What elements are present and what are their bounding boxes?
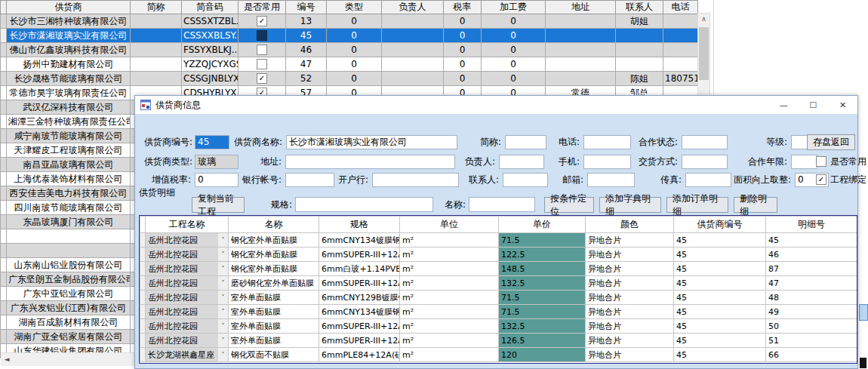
project-combo[interactable]: 岳州北控花园˅ <box>146 291 228 304</box>
spec-input[interactable] <box>295 197 433 212</box>
chevron-down-icon: ˅ <box>218 348 228 361</box>
dialog-titlebar[interactable]: 供货商信息 — ☐ ✕ <box>135 96 857 114</box>
supplier-row[interactable]: 长沙晟格节能玻璃有限公司CSSGJNBLYXGS52000陈姐180751 <box>1 72 698 86</box>
background-accent <box>859 304 868 321</box>
close-icon[interactable]: ✕ <box>828 96 857 114</box>
project-combo[interactable]: 岳州北控花园˅ <box>146 334 228 347</box>
detail-row[interactable]: 岳州北控花园˅室外单面贴膜6mmSUPER-III+12A(硅...m²126.… <box>140 334 857 348</box>
row-gutter <box>140 319 146 334</box>
cell-spec: 6mmSUPER-III+12A(硅... <box>319 334 400 348</box>
row-gutter <box>1 72 7 86</box>
cell-spec: 6mmCNY134镀膜钢化 <box>319 233 400 248</box>
supplier-row[interactable]: 长沙市三湘特种玻璃有限公司CSSSXTZBL..13000胡姐 <box>1 14 698 29</box>
coop-years-input[interactable] <box>791 155 817 169</box>
supplier-type-input[interactable]: 玻璃 <box>195 155 239 169</box>
cell-supplier-id: 45 <box>674 276 766 291</box>
project-combo[interactable]: 岳州北控花园˅ <box>146 319 228 333</box>
dialog-title: 供货商信息 <box>155 99 201 112</box>
scroll-left-icon[interactable]: ◄ <box>1 353 13 366</box>
supplier-type-label: 供货商类型: <box>144 155 195 168</box>
email-input[interactable] <box>587 173 635 187</box>
form-row-1: 供货商编号:45供货商名称:长沙市潇湘玻璃实业有限公司简称:电话:合作状态:等级… <box>144 134 817 149</box>
detail-row[interactable]: 岳州北控花园˅室外单面贴膜6mmCNY134镀膜钢化m²71.5异地合片4549 <box>140 305 857 319</box>
fax-input[interactable] <box>685 173 731 187</box>
detail-grid: 工程名称名称规格单位单价颜色供货商编号明细号 岳州北控花园˅钢化室外单面贴膜6m… <box>139 215 857 364</box>
project-combo[interactable]: 岳州北控花园˅ <box>146 276 228 290</box>
cell-spec: 6mm白玻+1.14PVB+6mm... <box>319 262 400 276</box>
cell-project: 长沙龙湖祺鑫星座˅ <box>146 348 229 362</box>
phone-input[interactable] <box>583 135 631 149</box>
project-bind-checkbox[interactable]: 工程绑定 <box>816 174 866 186</box>
detail-row[interactable]: 岳州北控花园˅钢化室外单面贴膜6mmSUPER-III+12A(硅...m²12… <box>140 248 857 262</box>
row-gutter <box>1 14 7 29</box>
common-checkbox[interactable] <box>257 45 267 55</box>
bank-account-input[interactable] <box>285 173 334 187</box>
cell-tax: 0 <box>444 72 482 86</box>
field-value: 0 <box>798 174 804 185</box>
address-input[interactable] <box>285 155 455 169</box>
manager-input[interactable] <box>499 155 544 169</box>
detail-row[interactable]: 岳州北控花园˅钢化室外单面贴膜6mm白玻+1.14PVB+6mm...m²148… <box>140 262 857 276</box>
supplier-name-input[interactable]: 长沙市潇湘玻璃实业有限公司 <box>286 135 457 149</box>
contact-input[interactable] <box>503 173 548 187</box>
detail-row[interactable]: 岳州北控花园˅磨砂钢化室外单面贴膜6mmSUPER-III+12A(硅...m²… <box>140 276 857 291</box>
supplier-row[interactable]: 长沙市潇湘玻璃实业有限公司CSSXXBLSY..45000 <box>1 29 698 43</box>
locate-by-condition-button[interactable]: 按条件定位 <box>544 197 594 213</box>
cell-detail-id: 87 <box>766 262 857 276</box>
column-header: 加工费 <box>482 1 546 14</box>
minimize-icon[interactable]: — <box>769 96 799 114</box>
bank-branch-input[interactable] <box>372 173 459 187</box>
add-order-detail-button[interactable]: 添加订单明细 <box>666 197 728 213</box>
detail-row[interactable]: 长沙龙湖祺鑫星座˅钢化双面不贴膜6mmPLE84+12A(硅酮胶...m²120… <box>140 348 857 362</box>
common-use-checkbox[interactable]: 是否常用 <box>816 155 866 168</box>
cell-detail-id: 66 <box>766 348 857 362</box>
detail-row[interactable]: 岳州北控花园˅钢化室外单面贴膜6mmCNY134镀膜钢化m²71.5异地合片45… <box>140 233 857 248</box>
cell-color: 异地合片 <box>586 262 674 276</box>
short-name-input[interactable] <box>505 135 546 149</box>
field-value: 长沙市潇湘玻璃实业有限公司 <box>289 136 407 149</box>
mobile-input[interactable] <box>583 155 631 169</box>
delete-detail-button[interactable]: 删除明细 <box>734 197 777 213</box>
cell-address <box>546 29 616 43</box>
supplier-row[interactable]: 扬州中勤建材有限公司YZZQJCYXGS47000 <box>1 57 698 72</box>
detail-grid-header: 工程名称名称规格单位单价颜色供货商编号明细号 <box>140 217 857 233</box>
cell-supplier: 长沙市潇湘玻璃实业有限公司 <box>7 29 131 43</box>
cell-tax: 0 <box>444 29 482 43</box>
save-return-button[interactable]: 存盘返回 <box>807 134 855 150</box>
project-combo[interactable]: 岳州北控花园˅ <box>146 305 228 318</box>
common-checkbox[interactable] <box>257 59 267 69</box>
supplier-id-input[interactable]: 45 <box>195 135 229 149</box>
project-combo[interactable]: 岳州北控花园˅ <box>146 233 228 247</box>
supplier-row[interactable]: 佛山市亿鑫玻璃科技有限公司FSSYXBLKJ..46000 <box>1 43 698 57</box>
detail-row[interactable]: 岳州北控花园˅室外单面贴膜6mmSUPER-III+12A(硅...m²132.… <box>140 319 857 334</box>
checkbox-label: 工程绑定 <box>830 174 866 186</box>
cell-unit: m² <box>400 248 499 262</box>
cell-unit: m² <box>400 334 499 348</box>
cell-supplier: 广东兴发铝业(江西)有限公司 <box>7 301 131 315</box>
common-checkbox[interactable] <box>257 16 267 26</box>
copy-project-button[interactable]: 复制当前工程 <box>192 197 245 213</box>
coop-status-input[interactable] <box>682 135 728 149</box>
row-gutter <box>1 29 7 43</box>
project-combo[interactable]: 岳州北控花园˅ <box>146 248 228 261</box>
maximize-icon[interactable]: ☐ <box>799 96 828 114</box>
cell-detail-id: 48 <box>766 291 857 305</box>
scroll-up-icon[interactable]: ∧ <box>698 14 709 26</box>
column-header: 简称 <box>131 1 182 14</box>
add-dict-detail-button[interactable]: 添加字典明细 <box>599 197 661 213</box>
row-gutter <box>1 244 7 258</box>
cell-supplier: 广东坚朗五金制品股份有限公司 <box>7 272 131 287</box>
vat-rate-input[interactable]: 0 <box>195 173 239 187</box>
project-combo[interactable]: 岳州北控花园˅ <box>146 262 228 275</box>
delivery-method-input[interactable] <box>682 155 728 169</box>
common-checkbox[interactable] <box>257 73 267 84</box>
common-checkbox[interactable] <box>257 30 267 41</box>
project-combo[interactable]: 长沙龙湖祺鑫星座˅ <box>146 348 228 361</box>
row-gutter <box>1 258 7 272</box>
row-gutter <box>1 115 7 129</box>
detail-row[interactable]: 岳州北控花园˅室外单面贴膜6mmCNY129B镀膜钢化m²71.5异地合片454… <box>140 291 857 305</box>
cell-detail-id: 51 <box>766 334 857 348</box>
name-input[interactable] <box>469 197 535 212</box>
vertical-scroll-thumb[interactable] <box>699 27 709 80</box>
cell-type: 0 <box>327 14 382 29</box>
